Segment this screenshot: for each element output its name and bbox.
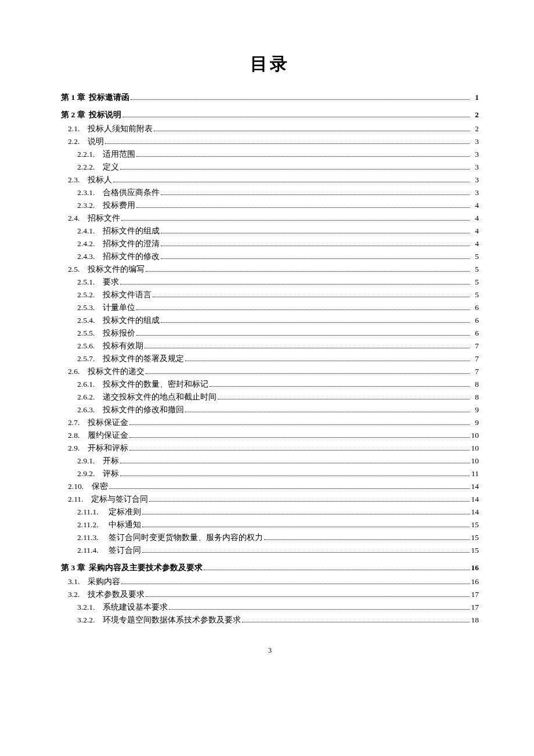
toc-entry[interactable]: 2.10. 保密14	[61, 483, 479, 491]
toc-entry[interactable]: 2.5.1. 要求5	[61, 278, 479, 286]
toc-entry[interactable]: 2.4.3. 招标文件的修改5	[61, 253, 479, 261]
toc-entry-text: 开标和评标	[88, 444, 128, 452]
toc-entry-number: 2.1.	[68, 125, 80, 133]
toc-leader-dots	[204, 570, 470, 570]
toc-entry-page: 7	[471, 355, 479, 363]
toc-entry[interactable]: 2.11.4. 签订合同15	[61, 546, 479, 555]
toc-entry-label: 3.2.1. 系统建设基本要求	[77, 603, 168, 611]
toc-entry-number: 2.3.	[68, 176, 80, 184]
toc-entry[interactable]: 2.5.2. 投标文件语言5	[61, 291, 479, 299]
toc-entry-number: 2.11.3.	[77, 534, 99, 542]
toc-entry[interactable]: 3.2. 技术参数及要求17	[61, 591, 479, 599]
toc-entry-label: 3.2.2. 环境专题空间数据体系技术参数及要求	[77, 616, 241, 624]
table-of-contents: 第 1 章 投标邀请函1第 2 章 投标说明22.1. 投标人须知前附表22.2…	[61, 93, 479, 624]
toc-entry-text: 定标准则	[109, 508, 141, 516]
toc-entry-text: 投标保证金	[88, 419, 128, 427]
toc-entry-text: 定义	[103, 163, 119, 171]
toc-entry-label: 2.2.2. 定义	[77, 163, 119, 171]
toc-entry-page: 6	[471, 316, 479, 325]
toc-entry-number: 2.11.2.	[77, 521, 99, 529]
toc-entry-label: 2.3.2. 投标费用	[77, 201, 135, 210]
toc-leader-dots	[120, 476, 470, 476]
toc-entry[interactable]: 2.11.2. 中标通知15	[61, 521, 479, 529]
toc-entry[interactable]: 2.11.1. 定标准则14	[61, 508, 479, 516]
toc-entry-number: 2.5.7.	[77, 355, 95, 363]
toc-entry-number: 2.3.1.	[77, 189, 95, 197]
page-number: 3	[61, 646, 479, 655]
toc-entry[interactable]: 2.5.6. 投标有效期7	[61, 342, 479, 350]
toc-entry[interactable]: 2.9.1. 开标10	[61, 457, 479, 465]
toc-leader-dots	[136, 156, 470, 157]
toc-entry-page: 3	[471, 176, 479, 184]
toc-entry-text: 投标文件的签署及规定	[103, 355, 184, 363]
toc-entry-text: 招标文件	[88, 214, 120, 222]
toc-entry-text: 计量单位	[103, 304, 135, 312]
toc-entry-number: 3.2.	[68, 591, 80, 599]
toc-entry-number: 2.4.	[68, 214, 80, 222]
toc-entry[interactable]: 2.9. 开标和评标10	[61, 444, 479, 452]
toc-entry-page: 4	[471, 214, 479, 222]
toc-leader-dots	[169, 609, 470, 610]
toc-entry[interactable]: 2.1. 投标人须知前附表2	[61, 125, 479, 133]
toc-entry[interactable]: 2.3. 投标人3	[61, 176, 479, 184]
toc-entry-label: 2.11.2. 中标通知	[77, 521, 141, 529]
toc-entry[interactable]: 2.7. 投标保证金9	[61, 419, 479, 427]
toc-entry-text: 投标邀请函	[89, 93, 129, 102]
toc-entry[interactable]: 2.4.2. 招标文件的澄清4	[61, 240, 479, 248]
toc-entry[interactable]: 2.5.3. 计量单位6	[61, 304, 479, 312]
toc-leader-dots	[142, 527, 470, 527]
toc-entry[interactable]: 2.5.5. 投标报价6	[61, 329, 479, 337]
toc-leader-dots	[142, 552, 470, 553]
toc-entry-text: 招标文件的澄清	[103, 240, 160, 248]
toc-entry-number: 3.1.	[68, 578, 80, 586]
toc-leader-dots	[161, 258, 470, 259]
toc-entry[interactable]: 2.3.1. 合格供应商条件3	[61, 189, 479, 197]
toc-entry-text: 投标文件的组成	[103, 316, 160, 325]
toc-entry[interactable]: 2.4.1. 招标文件的组成4	[61, 227, 479, 235]
toc-entry-text: 要求	[103, 278, 119, 286]
toc-entry-page: 1	[471, 93, 479, 102]
toc-entry-page: 8	[471, 393, 479, 401]
toc-entry[interactable]: 2.6.3. 投标文件的修改和撤回9	[61, 406, 479, 414]
toc-entry-label: 2.9.1. 开标	[77, 457, 119, 465]
toc-entry-page: 10	[471, 444, 479, 452]
toc-entry[interactable]: 2.11. 定标与签订合同14	[61, 495, 479, 503]
toc-leader-dots	[146, 271, 470, 272]
toc-entry[interactable]: 2.3.2. 投标费用4	[61, 201, 479, 210]
toc-entry[interactable]: 2.9.2. 评标11	[61, 470, 479, 478]
toc-entry[interactable]: 2.2.2. 定义3	[61, 163, 479, 171]
toc-entry[interactable]: 第 2 章 投标说明2	[61, 111, 479, 119]
toc-entry[interactable]: 3.2.2. 环境专题空间数据体系技术参数及要求18	[61, 616, 479, 624]
toc-entry[interactable]: 第 1 章 投标邀请函1	[61, 93, 479, 102]
toc-entry[interactable]: 3.1. 采购内容16	[61, 578, 479, 586]
toc-entry[interactable]: 3.2.1. 系统建设基本要求17	[61, 603, 479, 611]
toc-entry-page: 16	[471, 578, 479, 586]
toc-entry[interactable]: 2.6.1. 投标文件的数量、密封和标记8	[61, 380, 479, 388]
toc-entry[interactable]: 2.4. 招标文件4	[61, 214, 479, 222]
toc-entry[interactable]: 2.11.3. 签订合同时变更货物数量、服务内容的权力15	[61, 534, 479, 542]
toc-entry-number: 2.11.4.	[77, 546, 99, 555]
toc-entry[interactable]: 2.2.1. 适用范围3	[61, 150, 479, 159]
toc-entry[interactable]: 2.5. 投标文件的编写5	[61, 265, 479, 273]
toc-leader-dots	[185, 412, 470, 412]
toc-entry-number: 2.8.	[68, 431, 80, 440]
toc-entry-page: 16	[471, 564, 479, 572]
toc-leader-dots	[129, 437, 470, 438]
toc-entry-page: 5	[471, 265, 479, 273]
toc-entry-page: 15	[471, 534, 479, 542]
toc-leader-dots	[120, 284, 470, 285]
toc-entry[interactable]: 2.5.4. 投标文件的组成6	[61, 316, 479, 325]
toc-entry-text: 签订合同时变更货物数量、服务内容的权力	[109, 534, 263, 542]
toc-entry[interactable]: 第 3 章 采购内容及主要技术参数及要求16	[61, 564, 479, 572]
toc-entry-text: 采购内容	[88, 578, 120, 586]
toc-entry-number: 2.6.1.	[77, 380, 95, 388]
toc-entry[interactable]: 2.5.7. 投标文件的签署及规定7	[61, 355, 479, 363]
toc-entry-number: 3.2.2.	[77, 616, 95, 624]
toc-entry[interactable]: 2.6. 投标文件的递交7	[61, 368, 479, 376]
toc-leader-dots	[218, 399, 470, 399]
toc-entry[interactable]: 2.6.2. 递交投标文件的地点和截止时间8	[61, 393, 479, 401]
toc-leader-dots	[105, 143, 470, 144]
toc-entry[interactable]: 2.8. 履约保证金10	[61, 431, 479, 440]
toc-entry-number: 2.6.	[68, 368, 80, 376]
toc-entry[interactable]: 2.2. 说明3	[61, 138, 479, 146]
